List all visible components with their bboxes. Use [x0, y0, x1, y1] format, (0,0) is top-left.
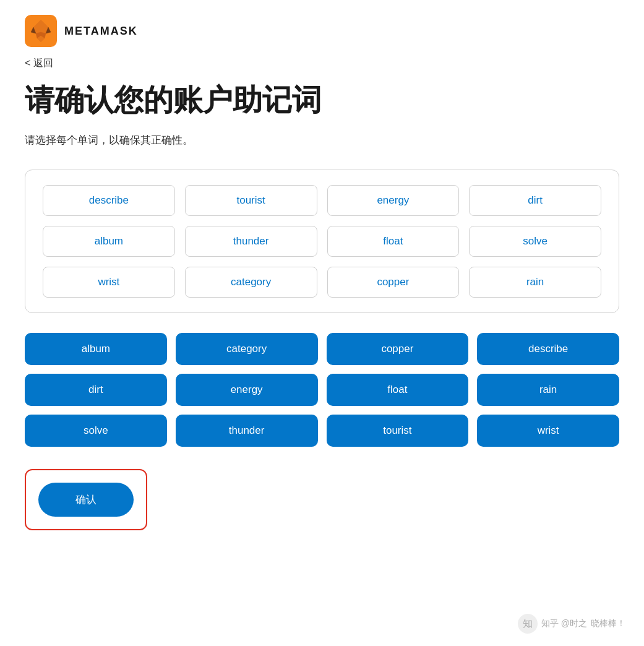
drop-word-3[interactable]: energy: [327, 185, 460, 216]
drop-word-1[interactable]: describe: [43, 185, 175, 216]
mnemonic-drop-zone: describe tourist energy dirt album thund…: [25, 170, 619, 313]
watermark-text: 知乎 @时之: [541, 618, 587, 629]
drop-word-2[interactable]: tourist: [185, 185, 317, 216]
confirm-section: 确认: [25, 469, 147, 530]
word-btn-rain[interactable]: rain: [477, 374, 619, 406]
confirm-button[interactable]: 确认: [38, 483, 134, 517]
word-btn-solve[interactable]: solve: [25, 415, 167, 447]
drop-word-7[interactable]: float: [327, 226, 460, 257]
drop-word-8[interactable]: solve: [469, 226, 601, 257]
metamask-logo-icon: [25, 15, 57, 47]
word-btn-float[interactable]: float: [327, 374, 469, 406]
word-btn-thunder[interactable]: thunder: [176, 415, 318, 447]
drop-word-5[interactable]: album: [43, 226, 175, 257]
drop-word-4[interactable]: dirt: [469, 185, 601, 216]
drop-word-6[interactable]: thunder: [185, 226, 317, 257]
watermark-icon: 知: [518, 614, 538, 634]
drop-word-10[interactable]: category: [185, 267, 317, 298]
watermark-sub: 晓棒棒！: [591, 618, 625, 629]
word-btn-tourist[interactable]: tourist: [327, 415, 469, 447]
word-btn-wrist[interactable]: wrist: [477, 415, 619, 447]
word-btn-category[interactable]: category: [176, 333, 318, 365]
word-btn-describe[interactable]: describe: [477, 333, 619, 365]
page-subtitle: 请选择每个单词，以确保其正确性。: [25, 133, 619, 147]
word-bank: album category copper describe dirt ener…: [25, 333, 619, 447]
metamask-logo-text: METAMASK: [64, 25, 138, 38]
watermark: 知 知乎 @时之 晓棒棒！: [518, 614, 625, 634]
word-btn-album[interactable]: album: [25, 333, 167, 365]
drop-word-9[interactable]: wrist: [43, 267, 175, 298]
header: METAMASK: [25, 15, 619, 47]
drop-word-12[interactable]: rain: [469, 267, 601, 298]
drop-word-11[interactable]: copper: [327, 267, 460, 298]
word-btn-copper[interactable]: copper: [327, 333, 469, 365]
app-container: METAMASK < 返回 请确认您的账户助记词 请选择每个单词，以确保其正确性…: [0, 0, 644, 646]
word-btn-energy[interactable]: energy: [176, 374, 318, 406]
back-link[interactable]: < 返回: [25, 57, 53, 70]
page-title: 请确认您的账户助记词: [25, 82, 619, 118]
word-btn-dirt[interactable]: dirt: [25, 374, 167, 406]
